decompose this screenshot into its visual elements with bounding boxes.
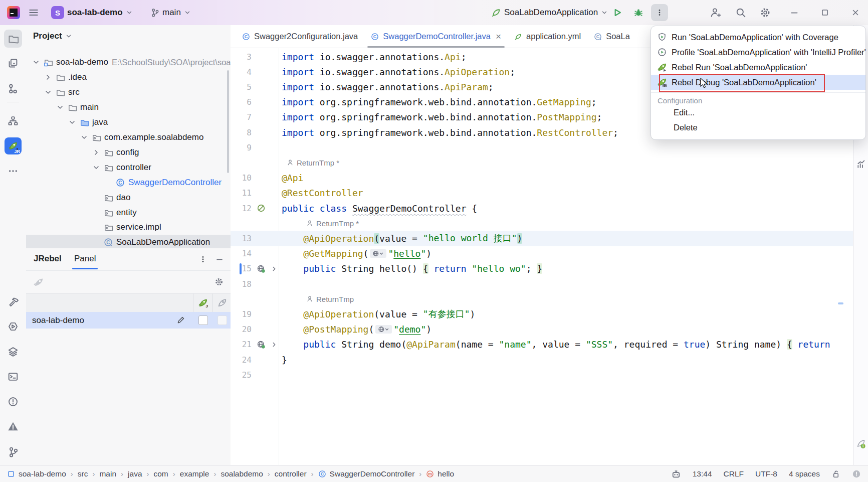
jrebel-remote-checkbox[interactable]: [218, 315, 227, 325]
chevron-down-icon[interactable]: [80, 133, 88, 141]
menu-item-Run 'SoaLabDemoApplication' with Coverage[interactable]: Run 'SoaLabDemoApplication' with Coverag…: [651, 30, 865, 45]
jrebel-enable-checkbox[interactable]: [198, 315, 208, 325]
chevron-right-icon[interactable]: [92, 148, 100, 156]
breadcrumb-soa-lab-demo[interactable]: soa-lab-demo: [7, 469, 66, 478]
chevron-down-icon[interactable]: [56, 103, 64, 111]
breadcrumb-hello[interactable]: mhello: [426, 469, 454, 478]
chevron-down-icon[interactable]: [68, 118, 76, 126]
tree-item-service.impl[interactable]: service.impl: [26, 220, 231, 235]
code-with-me-button[interactable]: [710, 0, 721, 25]
minimize-button[interactable]: [790, 0, 799, 25]
run-button[interactable]: [612, 0, 622, 25]
sidebar-commit-tool[interactable]: [4, 80, 22, 98]
code-vision-hint[interactable]: ReturnTmp: [306, 291, 354, 306]
branch-widget[interactable]: main: [150, 0, 191, 25]
sidebar-more-tool-windows[interactable]: [4, 162, 22, 180]
hint-text: ReturnTmp *: [297, 158, 339, 167]
sidebar-warnings-tool[interactable]: [4, 417, 22, 435]
tree-item-main[interactable]: main: [26, 100, 231, 115]
indent-setting[interactable]: 4 spaces: [789, 469, 820, 478]
debug-button[interactable]: [633, 0, 643, 25]
edit-pencil-icon[interactable]: [176, 315, 185, 325]
breadcrumb-example[interactable]: example: [180, 469, 209, 478]
globe-gutter-icon[interactable]: [257, 264, 266, 273]
breadcrumb-main[interactable]: main: [99, 469, 116, 478]
bean-gutter-icon[interactable]: [257, 204, 266, 213]
tree-item-dao[interactable]: dao: [26, 190, 231, 205]
code-vision-hint[interactable]: ReturnTmp *: [306, 216, 359, 231]
editor-tab-Swagger2Configuration.java[interactable]: CSwagger2Configuration.java: [236, 25, 364, 48]
code-vision-hint[interactable]: ReturnTmp *: [287, 155, 339, 170]
breadcrumb-com[interactable]: com: [154, 469, 168, 478]
tree-item-src[interactable]: src: [26, 85, 231, 100]
menu-item-Edit...[interactable]: Edit...: [651, 105, 865, 120]
profiler-strip-icon[interactable]: [856, 159, 866, 169]
menu-item-Rebel Run 'SoaLabDemoApplication'[interactable]: Rebel Run 'SoaLabDemoApplication': [651, 60, 865, 75]
project-tree-scrollbar[interactable]: [227, 70, 229, 173]
chevron-down-icon[interactable]: [92, 164, 100, 172]
jrebel-settings-icon[interactable]: [214, 277, 224, 286]
tab-close-icon[interactable]: ×: [496, 32, 501, 41]
jrebel-info-icon[interactable]: i: [856, 439, 866, 449]
project-widget[interactable]: S soa-lab-demo: [51, 0, 133, 25]
breadcrumb-soalabdemo[interactable]: soalabdemo: [221, 469, 263, 478]
project-view-selector[interactable]: Project: [33, 31, 72, 41]
chevron-down-icon[interactable]: [32, 58, 40, 66]
breadcrumb-SwaggerDemoController[interactable]: CSwaggerDemoController: [318, 469, 415, 478]
breadcrumb-java[interactable]: java: [128, 469, 142, 478]
run-configuration-widget[interactable]: SoaLabDemoApplication: [491, 0, 608, 25]
sidebar-terminal-tool[interactable]: [4, 368, 22, 386]
main-menu-button[interactable]: [28, 0, 39, 25]
tree-item-entity[interactable]: entity: [26, 205, 231, 220]
menu-item-Profile 'SoaLabDemoApplication' with 'IntelliJ Profiler'[interactable]: Profile 'SoaLabDemoApplication' with 'In…: [651, 45, 865, 60]
menu-item-Rebel Debug 'SoaLabDemoApplication'[interactable]: Rebel Debug 'SoaLabDemoApplication': [651, 75, 865, 90]
sidebar-build-tool[interactable]: [4, 293, 22, 311]
breadcrumb-src[interactable]: src: [78, 469, 88, 478]
sidebar-jrebel-tool[interactable]: JRJR: [4, 137, 22, 155]
sidebar-structure-tool[interactable]: [4, 112, 22, 130]
panel-hide-icon[interactable]: [215, 255, 224, 263]
fold-arrow-icon[interactable]: [271, 341, 278, 348]
sidebar-project-tool[interactable]: [4, 30, 22, 48]
tree-item-com.example.soalabdemo[interactable]: com.example.soalabdemo: [26, 130, 231, 145]
fold-arrow-icon[interactable]: [271, 265, 278, 272]
search-everywhere-button[interactable]: [735, 0, 746, 25]
line-ending[interactable]: CRLF: [724, 469, 744, 478]
url-mapping-icon[interactable]: [375, 325, 392, 334]
sidebar-version-control-tool[interactable]: [4, 443, 22, 461]
breadcrumb-controller[interactable]: controller: [275, 469, 307, 478]
tree-item-java[interactable]: java: [26, 115, 231, 130]
file-encoding[interactable]: UTF-8: [755, 469, 777, 478]
editor-tab-SoaLa[interactable]: CSoaLa: [587, 25, 636, 48]
editor-tab-application.yml[interactable]: application.yml: [508, 25, 587, 48]
sidebar-problems-tool[interactable]: [4, 393, 22, 411]
tree-item-controller[interactable]: controller: [26, 160, 231, 175]
unlock-icon[interactable]: [831, 469, 840, 478]
url-mapping-icon[interactable]: [370, 249, 386, 258]
jrebel-tab-panel[interactable]: Panel: [74, 254, 96, 264]
editor-tab-SwaggerDemoController.java[interactable]: CSwaggerDemoController.java×: [364, 25, 508, 48]
ai-assistant-icon[interactable]: [671, 469, 681, 479]
tree-item-config[interactable]: config: [26, 145, 231, 160]
chevron-right-icon[interactable]: [44, 73, 52, 81]
sidebar-editor-windows-tool[interactable]: [4, 54, 22, 72]
tree-item-soa-lab-demo[interactable]: soa-lab-demoE:\SchoolStudy\SOA\project\s…: [26, 55, 231, 70]
jrebel-disabled-rocket-icon[interactable]: [33, 277, 44, 288]
jrebel-module-row[interactable]: soa-lab-demo: [26, 312, 231, 329]
notification-icon[interactable]: [852, 469, 861, 478]
tree-item-SoaLabDemoApplication[interactable]: CSoaLabDemoApplication: [26, 235, 231, 248]
settings-button[interactable]: [760, 0, 771, 25]
more-run-options-button[interactable]: [651, 0, 668, 25]
menu-item-Delete[interactable]: Delete: [651, 120, 865, 135]
tree-item-.idea[interactable]: .idea: [26, 70, 231, 85]
maximize-button[interactable]: [820, 0, 829, 25]
caret-position[interactable]: 13:44: [693, 469, 712, 478]
chevron-down-icon[interactable]: [44, 88, 52, 96]
sidebar-run-tool[interactable]: [4, 317, 22, 336]
close-button[interactable]: [851, 0, 860, 25]
sidebar-services-tool[interactable]: [4, 343, 22, 361]
panel-options-icon[interactable]: [199, 255, 207, 263]
globe-gutter-icon[interactable]: [257, 340, 266, 349]
tree-item-SwaggerDemoController[interactable]: CSwaggerDemoController: [26, 175, 231, 190]
app-logo[interactable]: [7, 0, 20, 25]
